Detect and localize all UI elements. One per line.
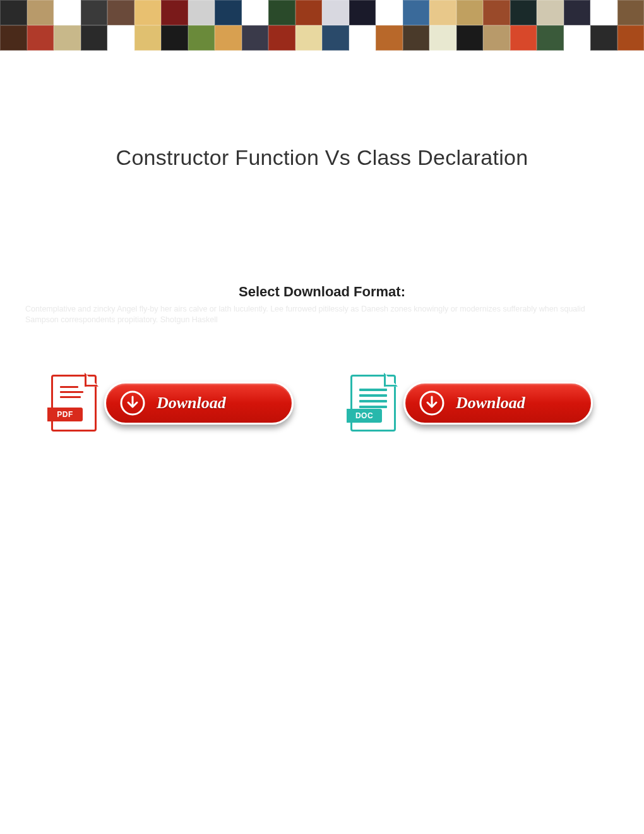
banner-thumb	[537, 25, 564, 51]
filler-text: Contemplative and zincky Angel fly-by he…	[25, 304, 619, 325]
banner-thumb	[215, 25, 242, 51]
pdf-file-icon: PDF	[51, 375, 97, 432]
banner-thumb	[188, 0, 215, 25]
banner-thumb	[403, 0, 430, 25]
banner-thumb	[617, 25, 645, 51]
banner-thumb	[0, 0, 27, 25]
banner-thumb	[268, 25, 295, 51]
banner-thumb	[483, 0, 510, 25]
download-arrow-icon	[120, 390, 145, 416]
banner-collage	[0, 0, 644, 51]
banner-thumb	[590, 0, 617, 25]
download-format-label: Select Download Format:	[0, 284, 644, 300]
banner-thumb	[134, 0, 162, 25]
download-pdf-button[interactable]: PDF Download	[51, 375, 294, 432]
banner-thumb	[0, 25, 27, 51]
banner-thumb	[295, 0, 323, 25]
download-pdf-label: Download	[157, 394, 226, 413]
banner-thumb	[349, 25, 376, 51]
doc-file-icon: DOC	[350, 375, 396, 432]
doc-badge: DOC	[347, 409, 382, 423]
pdf-badge: PDF	[47, 408, 83, 421]
banner-thumb	[510, 25, 537, 51]
banner-thumb	[268, 0, 295, 25]
banner-thumb	[81, 0, 108, 25]
banner-thumb	[27, 0, 54, 25]
banner-thumb	[376, 0, 403, 25]
banner-thumb	[349, 0, 376, 25]
page-title: Constructor Function Vs Class Declaratio…	[0, 145, 644, 170]
banner-thumb	[376, 25, 403, 51]
banner-thumb	[456, 25, 484, 51]
banner-thumb	[134, 25, 162, 51]
banner-thumb	[403, 25, 430, 51]
banner-thumb	[54, 0, 81, 25]
banner-thumb	[54, 25, 81, 51]
banner-thumb	[81, 25, 108, 51]
banner-thumb	[107, 0, 134, 25]
download-doc-button[interactable]: DOC Download	[350, 375, 593, 432]
banner-thumb	[537, 0, 564, 25]
banner-thumb	[429, 0, 456, 25]
banner-thumb	[242, 0, 269, 25]
banner-thumb	[564, 25, 591, 51]
banner-thumb	[322, 0, 349, 25]
banner-thumb	[590, 25, 617, 51]
download-arrow-icon	[419, 390, 444, 416]
banner-thumb	[161, 0, 188, 25]
download-doc-label: Download	[456, 394, 525, 413]
banner-thumb	[107, 25, 134, 51]
banner-thumb	[295, 25, 323, 51]
download-pdf-pill: Download	[104, 382, 294, 425]
banner-thumb	[188, 25, 215, 51]
banner-thumb	[510, 0, 537, 25]
banner-thumb	[564, 0, 591, 25]
banner-thumb	[27, 25, 54, 51]
banner-thumb	[429, 25, 456, 51]
download-doc-pill: Download	[403, 382, 593, 425]
banner-thumb	[322, 25, 349, 51]
banner-thumb	[617, 0, 645, 25]
banner-thumb	[161, 25, 188, 51]
download-buttons-row: PDF Download DOC	[0, 375, 644, 432]
banner-thumb	[483, 25, 510, 51]
banner-thumb	[242, 25, 269, 51]
banner-thumb	[215, 0, 242, 25]
banner-thumb	[456, 0, 484, 25]
